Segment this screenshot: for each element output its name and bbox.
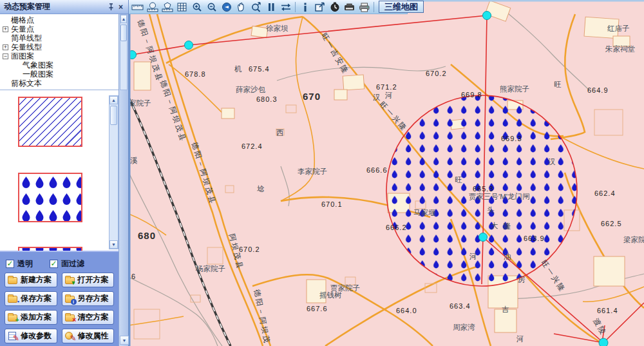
map-label: 旺 [554,81,562,88]
map-label: 汉 [548,158,556,166]
folder-open-button[interactable]: ▼打开方案 [62,273,115,287]
scroll-down-icon[interactable]: ▼ [109,240,118,249]
layer-tree: 栅格点+矢量点简单线型+矢量线型−面图案气象图案一般图案箭标文本 [0,14,118,90]
map-label: 662.4 [594,189,616,197]
folder-save-icon: ▪ [7,294,19,303]
map-label: 666.2 [386,224,407,231]
print-icon[interactable] [357,1,372,13]
button-label: 保存方案 [21,293,52,304]
map-label: 西 [276,129,284,137]
pattern-preview-list: ▲ ▼ [0,90,118,251]
map-label: 埝 [256,185,265,193]
map-label: 机 [234,65,242,73]
pan-hand-icon[interactable] [234,1,249,13]
info-icon[interactable] [298,1,312,13]
map-label: 666.6 [366,166,388,174]
tree-scrollbar[interactable]: ▲ [120,14,128,90]
map-label: 河 [469,253,477,260]
scroll-up-icon[interactable]: ▲ [109,96,118,104]
grid-icon[interactable] [175,1,189,13]
zoom-window-icon[interactable] [249,1,263,13]
map-label: 隆 [504,222,511,230]
folder-open-icon: ▼ [64,275,76,285]
snapshot-icon[interactable] [342,1,357,13]
map-label: 665.3 [473,185,494,193]
checkbox-box[interactable]: ✓ [50,260,58,268]
map-label: 吉 [502,305,509,313]
folder-add-button[interactable]: +添加方案 [5,310,57,325]
map-viewport[interactable]: 徐家坝红庙子朱家祠堂678.8机675.4薛家沙包680.3670671.266… [129,0,644,346]
close-icon[interactable]: × [116,2,126,12]
map-canvas[interactable]: 徐家坝红庙子朱家祠堂678.8机675.4薛家沙包680.3670671.266… [129,0,644,346]
measure-polygon-icon[interactable] [160,1,175,13]
map-label: 675.4 [249,65,270,73]
map-top-border [408,0,644,2]
map-label: 汉 [373,93,381,101]
map-label: 梁家院 [623,236,644,244]
tree-item-箭标文本[interactable]: 箭标文本 [0,79,118,88]
map-label: 朱家祠堂 [605,45,635,53]
map-label: 红庙子 [607,24,630,32]
edit-params-button[interactable]: ✎修改参数 [5,329,57,343]
map-label: 680.3 [256,95,278,103]
export-icon[interactable] [312,1,327,13]
collapse-icon[interactable]: − [3,53,8,59]
timer-icon[interactable] [327,1,342,13]
expand-icon[interactable]: + [3,44,8,50]
checkbox-label: 透明 [17,258,33,269]
map-label: 670.1 [321,200,343,208]
map-label: 670.2 [426,70,447,77]
button-label: 修改参数 [21,331,52,341]
tree-item-面图案[interactable]: −面图案 [0,52,118,61]
checkbox-透明[interactable]: ✓透明 [6,258,33,269]
expand-icon[interactable]: + [3,26,8,32]
pin-icon[interactable] [106,2,116,12]
toolbar-separator [295,2,296,12]
map-label: 663.4 [450,302,471,310]
previous-view-icon[interactable] [219,1,234,13]
pause-icon[interactable] [263,1,278,13]
measure-area-icon[interactable] [145,1,160,13]
folder-saveas-button[interactable]: i另存方案 [62,291,115,306]
raindrop-pattern-swatch[interactable] [18,173,82,222]
scroll-down-icon[interactable]: ▼ [120,336,129,345]
map-label: 摇钱树 [319,291,342,299]
map-label: 贾家院子 [330,284,360,293]
folder-new-icon [7,275,19,285]
zoom-out-icon[interactable] [204,1,219,13]
folder-save-button[interactable]: ▪保存方案 [5,291,57,306]
scroll-up-icon[interactable]: ▲ [120,15,127,23]
map-label: 670.2 [239,245,260,253]
preview-scrollbar[interactable]: ▲ ▼ [109,95,118,249]
swap-refresh-icon[interactable] [278,1,293,13]
checkbox-面过滤[interactable]: ✓面过滤 [50,258,84,269]
map-label: 680 [138,230,156,241]
map-label: 669.8 [461,91,482,99]
folder-new-button[interactable]: 新建方案 [5,273,57,287]
scrollbar-thumb[interactable] [120,24,127,41]
edit-attrs-button[interactable]: ✎修改属性 [62,329,115,343]
measure-distance-icon[interactable] [130,1,145,13]
tree-item-气象图案[interactable]: 气象图案 [0,61,118,70]
folder-saveas-icon: i [64,294,76,303]
partial-pattern-swatch[interactable] [18,247,82,251]
panel-header: 动态预案管理 × [0,0,128,14]
scrollbar-thumb[interactable] [110,106,117,125]
map-label: 周家湾 [453,323,475,331]
edit-attrs-icon: ✎ [64,331,76,341]
panel-title: 动态预案管理 [4,1,106,12]
folder-clear-button[interactable]: ×清空方案 [62,310,115,325]
map-label: 670 [303,91,321,102]
map-label: 家院子 [129,99,151,107]
map-label: 杨家院子 [195,265,225,273]
map-toolbar: 三维地图 [129,0,408,14]
map-label: 熊家院子 [500,85,529,93]
hatch-pattern-swatch[interactable] [18,97,82,147]
map-label: 大 [491,222,498,229]
map-label: 贾家三号'M'龙门闸 [469,193,529,201]
map3d-button[interactable]: 三维地图 [379,1,424,13]
folder-add-icon: + [7,312,19,322]
map-left-border [129,0,131,346]
zoom-in-icon[interactable] [189,1,204,13]
checkbox-box[interactable]: ✓ [6,260,14,268]
